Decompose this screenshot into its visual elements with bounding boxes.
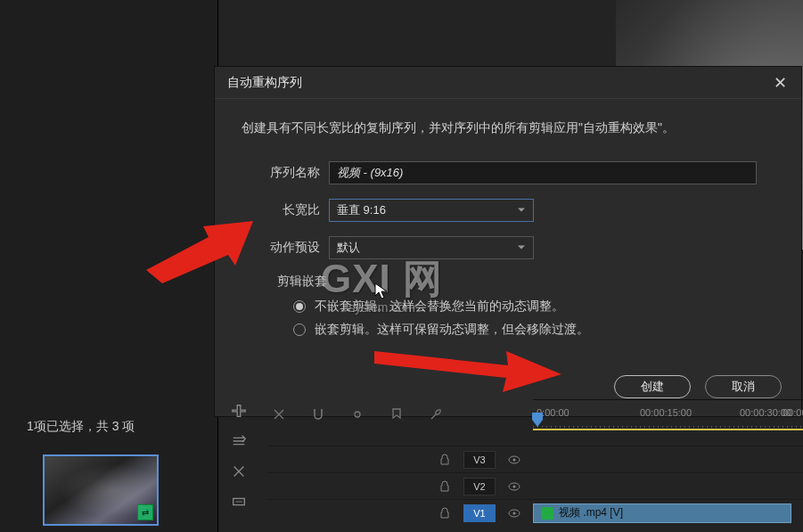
aspect-ratio-value: 垂直 9:16 — [337, 202, 386, 218]
radio-no-nest[interactable]: 不嵌套剪辑。这样会替换您当前的动态调整。 — [293, 299, 774, 315]
marker-icon[interactable] — [389, 406, 405, 422]
lock-icon[interactable] — [438, 480, 451, 493]
settings-wrench-icon[interactable] — [428, 406, 444, 422]
radio-no-nest-label: 不嵌套剪辑。这样会替换您当前的动态调整。 — [315, 299, 564, 315]
razor-tool-icon[interactable] — [229, 462, 249, 481]
sequence-name-input[interactable] — [329, 161, 757, 184]
aspect-ratio-select[interactable]: 垂直 9:16 — [329, 199, 534, 222]
selection-status: 1项已选择，共 3 项 — [27, 419, 135, 435]
snap-icon[interactable] — [271, 406, 287, 422]
track-v2[interactable]: V2 — [267, 472, 803, 499]
eye-icon[interactable] — [508, 480, 520, 493]
timecode-1: 00:00:15:00 — [640, 407, 692, 418]
track-label-v3[interactable]: V3 — [463, 451, 496, 469]
track-label-v1[interactable]: V1 — [463, 504, 496, 522]
lock-icon[interactable] — [438, 507, 451, 520]
dialog-title: 自动重构序列 — [227, 75, 771, 91]
motion-preset-value: 默认 — [337, 240, 360, 256]
svg-point-4 — [513, 485, 516, 487]
radio-icon — [293, 323, 306, 336]
clip-label: 视频 .mp4 [V] — [559, 505, 623, 520]
cancel-button[interactable]: 取消 — [705, 375, 782, 398]
playhead-icon[interactable] — [531, 412, 544, 428]
auto-reframe-sequence-dialog: 自动重构序列 ✕ 创建具有不同长宽比的复制序列，并对序列中的所有剪辑应用"自动重… — [214, 66, 802, 417]
label-clip-nesting: 剪辑嵌套 — [277, 274, 774, 290]
work-area-bar[interactable] — [533, 429, 803, 430]
ruler-ticks — [533, 426, 803, 428]
dialog-body: 创建具有不同长宽比的复制序列，并对序列中的所有剪辑应用"自动重构效果"。 序列名… — [215, 99, 801, 363]
eye-icon[interactable] — [508, 507, 520, 520]
track-v1[interactable]: V1 视频 .mp4 [V] — [267, 499, 803, 526]
radio-nest-label: 嵌套剪辑。这样可保留动态调整，但会移除过渡。 — [315, 322, 589, 338]
svg-point-6 — [513, 512, 516, 514]
svg-point-2 — [513, 458, 516, 461]
fx-badge-icon — [541, 507, 553, 520]
timeline-clip[interactable]: 视频 .mp4 [V] — [533, 503, 791, 523]
track-v3[interactable]: V3 — [267, 446, 803, 472]
create-button[interactable]: 创建 — [614, 375, 691, 398]
label-aspect-ratio: 长宽比 — [242, 202, 320, 218]
chevron-down-icon — [517, 241, 526, 255]
project-panel — [0, 0, 218, 532]
row-sequence-name: 序列名称 — [242, 161, 774, 184]
timeline-ruler[interactable]: 0:00:00 00:00:15:00 00:00:30:00 00:00:4 — [533, 399, 803, 428]
project-item-thumbnail[interactable]: ⇄ — [43, 454, 159, 526]
linked-selection-icon[interactable] — [349, 406, 365, 422]
lock-icon[interactable] — [438, 454, 451, 466]
chevron-down-icon — [517, 204, 526, 217]
dialog-titlebar: 自动重构序列 ✕ — [215, 67, 801, 99]
timeline-header-icons — [271, 406, 444, 422]
timeline-tracks: V3 V2 V1 视频 .mp4 [V] — [267, 446, 803, 526]
clip-type-badge-icon: ⇄ — [137, 504, 153, 520]
slip-tool-icon[interactable] — [229, 492, 249, 512]
dialog-description: 创建具有不同长宽比的复制序列，并对序列中的所有剪辑应用"自动重构效果"。 — [242, 120, 774, 136]
timeline-tool-column — [225, 401, 253, 512]
overwrite-tool-icon[interactable] — [229, 431, 249, 451]
insert-tool-icon[interactable] — [229, 401, 249, 421]
radio-icon — [293, 300, 306, 313]
label-sequence-name: 序列名称 — [242, 165, 320, 181]
radio-nest[interactable]: 嵌套剪辑。这样可保留动态调整，但会移除过渡。 — [293, 322, 774, 338]
track-label-v2[interactable]: V2 — [463, 478, 496, 495]
eye-icon[interactable] — [508, 454, 520, 466]
row-motion-preset: 动作预设 默认 — [242, 236, 774, 259]
close-icon[interactable]: ✕ — [771, 74, 789, 92]
row-aspect-ratio: 长宽比 垂直 9:16 — [242, 199, 774, 222]
motion-preset-select[interactable]: 默认 — [329, 236, 534, 259]
magnet-icon[interactable] — [310, 406, 326, 422]
label-motion-preset: 动作预设 — [242, 240, 320, 256]
timecode-3: 00:00:4 — [783, 407, 803, 418]
